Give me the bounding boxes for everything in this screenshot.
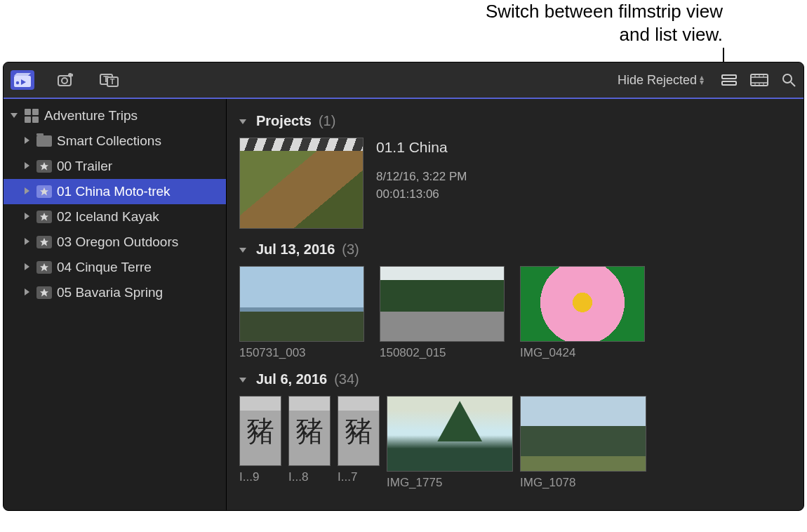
section-title: Projects bbox=[256, 113, 312, 129]
sidebar-item[interactable]: 04 Cinque Terre bbox=[4, 255, 226, 280]
clip-item[interactable]: I...7 bbox=[338, 396, 380, 490]
sidebar-item[interactable]: 03 Oregon Outdoors bbox=[4, 230, 226, 255]
clip-label: I...7 bbox=[338, 470, 380, 484]
sidebar-item-label: 05 Bavaria Spring bbox=[57, 285, 163, 300]
svg-marker-27 bbox=[25, 187, 29, 194]
disclosure-triangle-icon[interactable] bbox=[23, 187, 32, 196]
disclosure-triangle-icon[interactable] bbox=[23, 288, 32, 297]
svg-point-21 bbox=[783, 74, 792, 83]
clip-item[interactable]: IMG_1078 bbox=[520, 396, 646, 490]
svg-marker-33 bbox=[25, 263, 29, 270]
disclosure-triangle-icon[interactable] bbox=[11, 112, 19, 120]
event-star-icon bbox=[36, 159, 52, 173]
titles-generators-tab[interactable]: TT bbox=[98, 70, 121, 90]
clip-thumbnail[interactable] bbox=[380, 266, 505, 342]
folder-icon bbox=[36, 134, 52, 148]
project-duration: 00:01:13:06 bbox=[376, 186, 467, 204]
clip-label: IMG_1775 bbox=[387, 476, 513, 490]
project-item[interactable]: 01.1 China8/12/16, 3:22 PM00:01:13:06 bbox=[239, 138, 791, 229]
clip-thumbnail[interactable] bbox=[520, 396, 646, 472]
clip-label: 150802_015 bbox=[380, 346, 505, 360]
library-row[interactable]: Adventure Trips bbox=[4, 103, 226, 128]
section-header[interactable]: Jul 13, 2016(3) bbox=[239, 241, 791, 258]
disclosure-triangle-icon[interactable] bbox=[23, 162, 32, 171]
section-count: (34) bbox=[334, 371, 359, 387]
project-name: 01.1 China bbox=[376, 139, 467, 156]
clip-item[interactable]: IMG_1775 bbox=[387, 396, 513, 490]
svg-marker-34 bbox=[40, 263, 48, 272]
sidebar-item-label: Smart Collections bbox=[57, 133, 161, 149]
sidebar-item[interactable]: 01 China Moto-trek bbox=[4, 179, 226, 204]
section-title: Jul 6, 2016 bbox=[256, 371, 327, 387]
clip-thumbnail[interactable] bbox=[338, 396, 380, 466]
svg-marker-32 bbox=[40, 238, 48, 246]
event-star-icon bbox=[36, 235, 52, 249]
svg-marker-38 bbox=[239, 248, 246, 253]
svg-marker-25 bbox=[25, 162, 29, 169]
project-thumbnail[interactable] bbox=[239, 138, 364, 229]
event-star-icon bbox=[36, 260, 52, 274]
section-count: (1) bbox=[319, 113, 335, 129]
svg-marker-31 bbox=[25, 238, 29, 245]
clip-thumbnail[interactable] bbox=[239, 396, 281, 466]
svg-marker-39 bbox=[239, 378, 246, 383]
sidebar-item-label: 02 Iceland Kayak bbox=[57, 209, 159, 225]
disclosure-triangle-icon[interactable] bbox=[239, 118, 249, 125]
svg-rect-11 bbox=[722, 81, 736, 85]
view-toggle-button[interactable] bbox=[721, 73, 738, 87]
clip-grid: I...9I...8I...7IMG_1775IMG_1078 bbox=[239, 396, 791, 490]
svg-point-2 bbox=[16, 81, 19, 84]
section-header[interactable]: Projects(1) bbox=[239, 113, 791, 129]
disclosure-triangle-icon[interactable] bbox=[239, 246, 249, 253]
sidebar-item[interactable]: 00 Trailer bbox=[4, 154, 226, 179]
browser-window: TT Hide Rejected ▴▾ Adventure Trip bbox=[3, 62, 804, 511]
section-title: Jul 13, 2016 bbox=[256, 241, 335, 258]
toolbar: TT Hide Rejected ▴▾ bbox=[4, 62, 803, 99]
clip-label: I...8 bbox=[288, 470, 331, 484]
clip-item[interactable]: IMG_0424 bbox=[520, 266, 645, 360]
disclosure-triangle-icon[interactable] bbox=[23, 137, 32, 145]
clip-label: I...9 bbox=[239, 470, 281, 484]
clip-filter-popup[interactable]: Hide Rejected ▴▾ bbox=[618, 73, 704, 88]
library-name: Adventure Trips bbox=[44, 108, 138, 124]
clip-browser: Projects(1)01.1 China8/12/16, 3:22 PM00:… bbox=[227, 99, 803, 510]
svg-marker-23 bbox=[11, 113, 18, 118]
clip-label: 150731_003 bbox=[239, 346, 364, 360]
disclosure-triangle-icon[interactable] bbox=[23, 238, 32, 246]
svg-line-22 bbox=[791, 82, 795, 86]
sidebar-item[interactable]: Smart Collections bbox=[4, 128, 226, 154]
sidebar-item[interactable]: 05 Bavaria Spring bbox=[4, 280, 226, 305]
media-library-tab[interactable] bbox=[11, 70, 34, 90]
clip-thumbnail[interactable] bbox=[387, 396, 513, 472]
svg-marker-28 bbox=[40, 187, 48, 196]
clip-thumbnail[interactable] bbox=[520, 266, 645, 342]
clip-item[interactable]: I...8 bbox=[288, 396, 331, 490]
clip-thumbnail[interactable] bbox=[239, 266, 364, 342]
clip-thumbnail[interactable] bbox=[288, 396, 331, 466]
clip-label: IMG_1078 bbox=[520, 476, 646, 490]
disclosure-triangle-icon[interactable] bbox=[23, 263, 32, 272]
help-annotation: Switch between filmstrip view and list v… bbox=[477, 0, 723, 46]
search-button[interactable] bbox=[781, 72, 796, 88]
clip-item[interactable]: I...9 bbox=[239, 396, 281, 490]
svg-text:T: T bbox=[110, 77, 115, 86]
svg-marker-37 bbox=[239, 119, 246, 124]
svg-marker-36 bbox=[40, 288, 48, 297]
svg-marker-26 bbox=[40, 162, 48, 171]
clip-item[interactable]: 150731_003 bbox=[239, 266, 364, 360]
svg-rect-10 bbox=[722, 75, 736, 79]
svg-marker-29 bbox=[25, 213, 29, 220]
clip-grid: 150731_003150802_015IMG_0424 bbox=[239, 266, 791, 360]
disclosure-triangle-icon[interactable] bbox=[23, 213, 32, 221]
clip-appearance-button[interactable] bbox=[750, 73, 768, 87]
section-header[interactable]: Jul 6, 2016(34) bbox=[239, 371, 791, 387]
clip-label: IMG_0424 bbox=[520, 346, 645, 360]
photos-audio-tab[interactable] bbox=[54, 70, 78, 90]
disclosure-triangle-icon[interactable] bbox=[239, 376, 249, 383]
sidebar-item[interactable]: 02 Iceland Kayak bbox=[4, 204, 226, 230]
project-date: 8/12/16, 3:22 PM bbox=[376, 168, 467, 186]
clip-item[interactable]: 150802_015 bbox=[380, 266, 505, 360]
svg-marker-35 bbox=[25, 288, 29, 295]
sidebar-item-label: 04 Cinque Terre bbox=[57, 260, 152, 275]
event-star-icon bbox=[36, 185, 52, 199]
